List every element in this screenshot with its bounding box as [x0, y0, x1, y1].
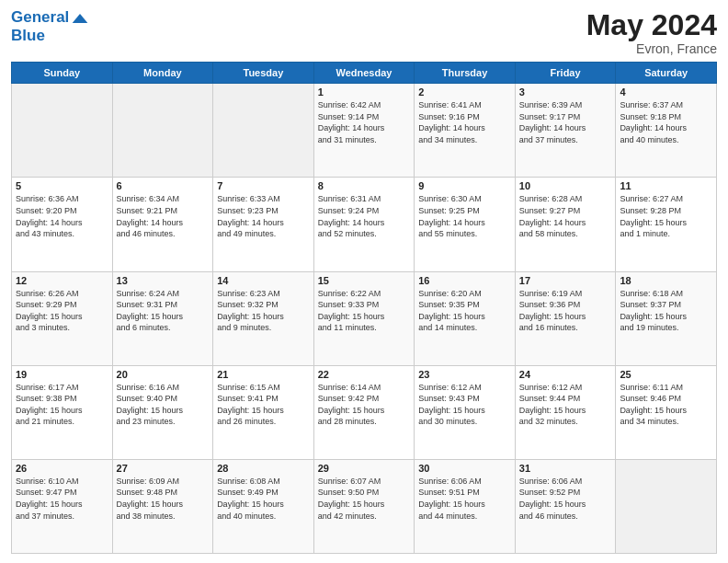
calendar-cell: 12Sunrise: 6:26 AM Sunset: 9:29 PM Dayli…	[12, 271, 113, 365]
day-number: 3	[519, 86, 612, 98]
day-info: Sunrise: 6:37 AM Sunset: 9:18 PM Dayligh…	[620, 99, 712, 145]
calendar-cell	[112, 84, 213, 178]
day-number: 24	[519, 369, 612, 380]
col-saturday: Saturday	[616, 63, 717, 84]
day-number: 13	[117, 275, 210, 286]
day-number: 8	[318, 180, 411, 191]
day-info: Sunrise: 6:19 AM Sunset: 9:36 PM Dayligh…	[519, 288, 612, 334]
day-number: 29	[318, 463, 411, 474]
calendar-week-row: 26Sunrise: 6:10 AM Sunset: 9:47 PM Dayli…	[12, 459, 717, 553]
day-info: Sunrise: 6:18 AM Sunset: 9:37 PM Dayligh…	[620, 288, 712, 334]
day-info: Sunrise: 6:27 AM Sunset: 9:28 PM Dayligh…	[620, 193, 712, 239]
day-info: Sunrise: 6:12 AM Sunset: 9:44 PM Dayligh…	[519, 382, 612, 428]
day-number: 6	[117, 180, 210, 191]
calendar-cell: 22Sunrise: 6:14 AM Sunset: 9:42 PM Dayli…	[313, 365, 415, 459]
day-number: 16	[418, 275, 511, 286]
calendar-week-row: 19Sunrise: 6:17 AM Sunset: 9:38 PM Dayli…	[12, 365, 717, 459]
day-number: 22	[318, 369, 411, 380]
calendar-cell: 27Sunrise: 6:09 AM Sunset: 9:48 PM Dayli…	[112, 459, 213, 553]
day-info: Sunrise: 6:41 AM Sunset: 9:16 PM Dayligh…	[418, 99, 511, 145]
calendar-cell: 2Sunrise: 6:41 AM Sunset: 9:16 PM Daylig…	[415, 84, 516, 178]
day-number: 20	[117, 369, 210, 380]
calendar-cell	[616, 459, 717, 553]
day-info: Sunrise: 6:30 AM Sunset: 9:25 PM Dayligh…	[418, 193, 511, 239]
day-number: 17	[519, 275, 612, 286]
calendar-week-row: 1Sunrise: 6:42 AM Sunset: 9:14 PM Daylig…	[12, 84, 717, 178]
calendar-cell: 20Sunrise: 6:16 AM Sunset: 9:40 PM Dayli…	[112, 365, 213, 459]
day-info: Sunrise: 6:15 AM Sunset: 9:41 PM Dayligh…	[217, 382, 310, 428]
col-friday: Friday	[515, 63, 616, 84]
day-number: 11	[620, 180, 712, 191]
logo-icon	[71, 9, 89, 28]
day-number: 1	[318, 86, 411, 98]
day-number: 27	[117, 463, 210, 474]
day-info: Sunrise: 6:10 AM Sunset: 9:47 PM Dayligh…	[16, 476, 108, 522]
day-number: 30	[418, 463, 511, 474]
col-monday: Monday	[112, 63, 213, 84]
day-number: 5	[16, 180, 108, 191]
day-number: 28	[217, 463, 310, 474]
svg-marker-0	[73, 14, 88, 23]
calendar-cell: 31Sunrise: 6:06 AM Sunset: 9:52 PM Dayli…	[515, 459, 616, 553]
day-number: 10	[519, 180, 612, 191]
day-info: Sunrise: 6:39 AM Sunset: 9:17 PM Dayligh…	[519, 99, 612, 145]
calendar-cell: 1Sunrise: 6:42 AM Sunset: 9:14 PM Daylig…	[313, 84, 415, 178]
calendar-cell: 8Sunrise: 6:31 AM Sunset: 9:24 PM Daylig…	[313, 178, 415, 271]
calendar-cell: 7Sunrise: 6:33 AM Sunset: 9:23 PM Daylig…	[213, 178, 314, 271]
location: Evron, France	[586, 41, 717, 56]
title-block: May 2024 Evron, France	[586, 9, 717, 56]
day-number: 7	[217, 180, 310, 191]
calendar-cell: 28Sunrise: 6:08 AM Sunset: 9:49 PM Dayli…	[213, 459, 314, 553]
day-number: 23	[418, 369, 511, 380]
calendar-cell: 11Sunrise: 6:27 AM Sunset: 9:28 PM Dayli…	[616, 178, 717, 271]
page: General Blue May 2024 Evron, France Sund…	[0, 0, 728, 563]
day-info: Sunrise: 6:31 AM Sunset: 9:24 PM Dayligh…	[318, 193, 411, 239]
day-number: 31	[519, 463, 612, 474]
day-info: Sunrise: 6:17 AM Sunset: 9:38 PM Dayligh…	[16, 382, 108, 428]
calendar-cell: 23Sunrise: 6:12 AM Sunset: 9:43 PM Dayli…	[415, 365, 516, 459]
day-info: Sunrise: 6:06 AM Sunset: 9:52 PM Dayligh…	[519, 476, 612, 522]
calendar-cell: 17Sunrise: 6:19 AM Sunset: 9:36 PM Dayli…	[515, 271, 616, 365]
day-info: Sunrise: 6:12 AM Sunset: 9:43 PM Dayligh…	[418, 382, 511, 428]
day-info: Sunrise: 6:24 AM Sunset: 9:31 PM Dayligh…	[117, 288, 210, 334]
col-sunday: Sunday	[12, 63, 113, 84]
day-number: 12	[16, 275, 108, 286]
day-info: Sunrise: 6:09 AM Sunset: 9:48 PM Dayligh…	[117, 476, 210, 522]
day-info: Sunrise: 6:14 AM Sunset: 9:42 PM Dayligh…	[318, 382, 411, 428]
calendar-cell: 25Sunrise: 6:11 AM Sunset: 9:46 PM Dayli…	[616, 365, 717, 459]
day-info: Sunrise: 6:22 AM Sunset: 9:33 PM Dayligh…	[318, 288, 411, 334]
logo: General Blue	[11, 9, 89, 45]
header: General Blue May 2024 Evron, France	[11, 9, 717, 56]
day-info: Sunrise: 6:23 AM Sunset: 9:32 PM Dayligh…	[217, 288, 310, 334]
day-number: 18	[620, 275, 712, 286]
calendar-cell: 5Sunrise: 6:36 AM Sunset: 9:20 PM Daylig…	[12, 178, 113, 271]
month-title: May 2024	[586, 9, 717, 41]
day-info: Sunrise: 6:08 AM Sunset: 9:49 PM Dayligh…	[217, 476, 310, 522]
day-info: Sunrise: 6:42 AM Sunset: 9:14 PM Dayligh…	[318, 99, 411, 145]
day-info: Sunrise: 6:36 AM Sunset: 9:20 PM Dayligh…	[16, 193, 108, 239]
day-info: Sunrise: 6:16 AM Sunset: 9:40 PM Dayligh…	[117, 382, 210, 428]
day-number: 21	[217, 369, 310, 380]
calendar-cell: 6Sunrise: 6:34 AM Sunset: 9:21 PM Daylig…	[112, 178, 213, 271]
day-number: 14	[217, 275, 310, 286]
day-number: 19	[16, 369, 108, 380]
day-info: Sunrise: 6:26 AM Sunset: 9:29 PM Dayligh…	[16, 288, 108, 334]
calendar-week-row: 5Sunrise: 6:36 AM Sunset: 9:20 PM Daylig…	[12, 178, 717, 271]
calendar-cell: 18Sunrise: 6:18 AM Sunset: 9:37 PM Dayli…	[616, 271, 717, 365]
calendar-cell: 3Sunrise: 6:39 AM Sunset: 9:17 PM Daylig…	[515, 84, 616, 178]
day-number: 9	[418, 180, 511, 191]
logo-blue: Blue	[11, 28, 89, 45]
day-info: Sunrise: 6:11 AM Sunset: 9:46 PM Dayligh…	[620, 382, 712, 428]
calendar-cell: 9Sunrise: 6:30 AM Sunset: 9:25 PM Daylig…	[415, 178, 516, 271]
day-info: Sunrise: 6:07 AM Sunset: 9:50 PM Dayligh…	[318, 476, 411, 522]
day-info: Sunrise: 6:34 AM Sunset: 9:21 PM Dayligh…	[117, 193, 210, 239]
day-info: Sunrise: 6:06 AM Sunset: 9:51 PM Dayligh…	[418, 476, 511, 522]
calendar-table: Sunday Monday Tuesday Wednesday Thursday…	[11, 62, 717, 554]
calendar-cell: 21Sunrise: 6:15 AM Sunset: 9:41 PM Dayli…	[213, 365, 314, 459]
calendar-cell	[213, 84, 314, 178]
calendar-cell: 13Sunrise: 6:24 AM Sunset: 9:31 PM Dayli…	[112, 271, 213, 365]
day-info: Sunrise: 6:28 AM Sunset: 9:27 PM Dayligh…	[519, 193, 612, 239]
calendar-cell: 26Sunrise: 6:10 AM Sunset: 9:47 PM Dayli…	[12, 459, 113, 553]
logo-general: General	[11, 8, 69, 26]
day-number: 15	[318, 275, 411, 286]
